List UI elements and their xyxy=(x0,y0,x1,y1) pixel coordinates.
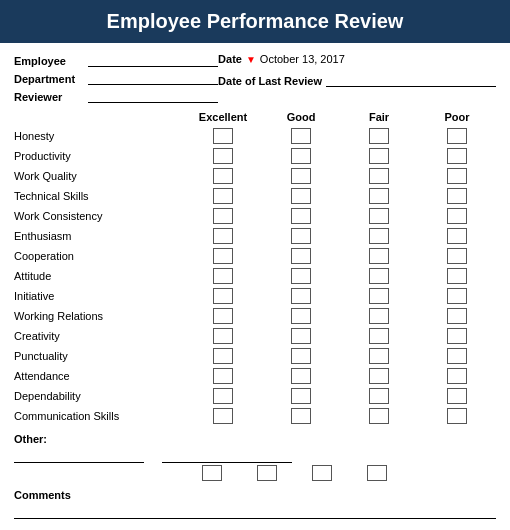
other-box-good[interactable] xyxy=(257,465,277,481)
other-box-poor-wrap xyxy=(349,465,404,481)
box-fair[interactable] xyxy=(369,388,389,404)
box-good[interactable] xyxy=(291,208,311,224)
box-good[interactable] xyxy=(291,128,311,144)
box-excellent[interactable] xyxy=(213,408,233,424)
box-fair[interactable] xyxy=(369,408,389,424)
box-fair[interactable] xyxy=(369,308,389,324)
comments-line[interactable] xyxy=(14,505,496,519)
box-good[interactable] xyxy=(291,168,311,184)
box-excellent[interactable] xyxy=(213,308,233,324)
box-fair[interactable] xyxy=(369,148,389,164)
box-poor[interactable] xyxy=(447,388,467,404)
box-good-wrap xyxy=(274,408,329,424)
box-excellent[interactable] xyxy=(213,148,233,164)
box-fair[interactable] xyxy=(369,248,389,264)
last-review-row: Date of Last Review xyxy=(218,73,496,87)
box-fair[interactable] xyxy=(369,268,389,284)
box-excellent[interactable] xyxy=(213,128,233,144)
box-poor[interactable] xyxy=(447,408,467,424)
box-good-wrap xyxy=(274,188,329,204)
box-excellent[interactable] xyxy=(213,368,233,384)
box-excellent[interactable] xyxy=(213,268,233,284)
rating-col-headers: Excellent Good Fair Poor xyxy=(184,111,496,123)
box-excellent[interactable] xyxy=(213,348,233,364)
criteria-row: Punctuality xyxy=(14,347,496,365)
box-good[interactable] xyxy=(291,368,311,384)
box-good[interactable] xyxy=(291,148,311,164)
box-fair-wrap xyxy=(352,248,407,264)
box-poor[interactable] xyxy=(447,188,467,204)
box-poor[interactable] xyxy=(447,128,467,144)
box-good-wrap xyxy=(274,348,329,364)
box-poor[interactable] xyxy=(447,248,467,264)
last-review-input[interactable] xyxy=(326,73,496,87)
box-poor[interactable] xyxy=(447,148,467,164)
box-fair[interactable] xyxy=(369,228,389,244)
box-excellent-wrap xyxy=(196,308,251,324)
box-good[interactable] xyxy=(291,328,311,344)
box-fair[interactable] xyxy=(369,168,389,184)
comments-section: Comments xyxy=(0,481,510,529)
box-fair[interactable] xyxy=(369,288,389,304)
box-excellent-wrap xyxy=(196,188,251,204)
box-excellent-wrap xyxy=(196,408,251,424)
rating-boxes xyxy=(184,388,496,404)
rating-boxes xyxy=(184,208,496,224)
box-poor[interactable] xyxy=(447,268,467,284)
box-poor[interactable] xyxy=(447,168,467,184)
box-good[interactable] xyxy=(291,348,311,364)
other-box-fair[interactable] xyxy=(312,465,332,481)
box-poor-wrap xyxy=(430,368,485,384)
box-fair-wrap xyxy=(352,268,407,284)
department-input[interactable] xyxy=(88,71,218,85)
box-fair[interactable] xyxy=(369,348,389,364)
box-fair-wrap xyxy=(352,408,407,424)
other-box-poor[interactable] xyxy=(367,465,387,481)
other-box-excellent[interactable] xyxy=(202,465,222,481)
box-excellent[interactable] xyxy=(213,168,233,184)
other-line-2[interactable] xyxy=(162,449,292,463)
box-good[interactable] xyxy=(291,228,311,244)
box-excellent-wrap xyxy=(196,208,251,224)
box-excellent[interactable] xyxy=(213,188,233,204)
other-box-excellent-wrap xyxy=(184,465,239,481)
box-fair[interactable] xyxy=(369,188,389,204)
box-good[interactable] xyxy=(291,308,311,324)
box-good[interactable] xyxy=(291,248,311,264)
other-line-1[interactable] xyxy=(14,449,144,463)
box-good[interactable] xyxy=(291,388,311,404)
box-excellent[interactable] xyxy=(213,208,233,224)
other-boxes-row xyxy=(14,465,496,481)
box-poor[interactable] xyxy=(447,308,467,324)
box-good[interactable] xyxy=(291,188,311,204)
box-fair[interactable] xyxy=(369,128,389,144)
box-excellent[interactable] xyxy=(213,388,233,404)
box-poor[interactable] xyxy=(447,288,467,304)
box-poor[interactable] xyxy=(447,328,467,344)
box-fair[interactable] xyxy=(369,328,389,344)
box-excellent-wrap xyxy=(196,328,251,344)
box-good[interactable] xyxy=(291,268,311,284)
criteria-name: Attitude xyxy=(14,270,184,282)
box-good[interactable] xyxy=(291,288,311,304)
box-poor-wrap xyxy=(430,348,485,364)
employee-input[interactable] xyxy=(88,53,218,67)
box-excellent-wrap xyxy=(196,128,251,144)
box-poor-wrap xyxy=(430,408,485,424)
box-fair[interactable] xyxy=(369,208,389,224)
criteria-rows: HonestyProductivityWork QualityTechnical… xyxy=(14,127,496,427)
box-good[interactable] xyxy=(291,408,311,424)
box-fair[interactable] xyxy=(369,368,389,384)
box-fair-wrap xyxy=(352,288,407,304)
box-poor-wrap xyxy=(430,188,485,204)
box-poor[interactable] xyxy=(447,208,467,224)
box-poor[interactable] xyxy=(447,368,467,384)
box-poor[interactable] xyxy=(447,348,467,364)
reviewer-input[interactable] xyxy=(88,89,218,103)
box-poor[interactable] xyxy=(447,228,467,244)
box-excellent[interactable] xyxy=(213,248,233,264)
box-excellent[interactable] xyxy=(213,228,233,244)
criteria-name: Dependability xyxy=(14,390,184,402)
box-excellent[interactable] xyxy=(213,328,233,344)
box-excellent[interactable] xyxy=(213,288,233,304)
